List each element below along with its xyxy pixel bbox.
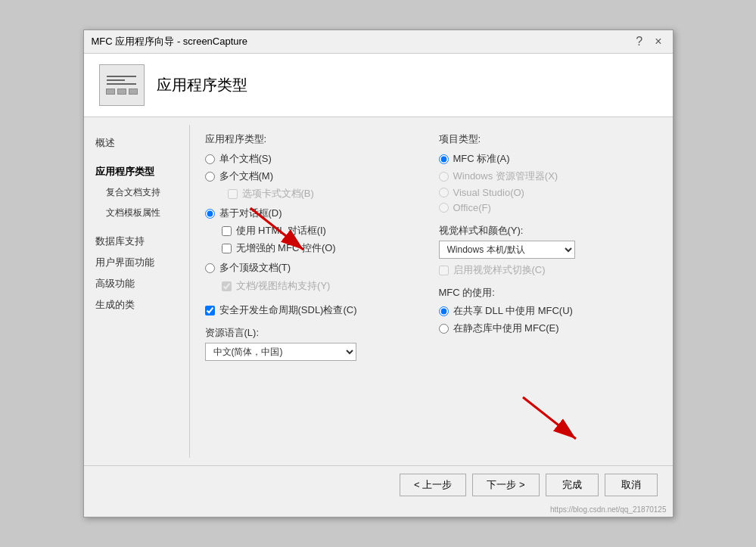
checkbox-tabbed[interactable]: 选项卡式文档(B) bbox=[228, 187, 424, 200]
main-columns: 应用程序类型: 单个文档(S) 多个文档(M) 选项卡式文档(B) bbox=[205, 132, 658, 361]
radio-win-explorer[interactable]: Windows 资源管理器(X) bbox=[439, 169, 658, 183]
radio-multi-doc[interactable]: 多个文档(M) bbox=[205, 169, 424, 183]
resource-lang-select[interactable]: 中文(简体，中国) bbox=[205, 343, 356, 361]
checkbox-no-enhance[interactable]: 无增强的 MFC 控件(O) bbox=[222, 241, 424, 255]
enable-switch-section: 启用视觉样式切换(C) bbox=[439, 263, 658, 277]
project-type-label: 项目类型: bbox=[439, 132, 658, 146]
radio-multi-top-input[interactable] bbox=[205, 263, 215, 273]
radio-static-lib[interactable]: 在静态库中使用 MFC(E) bbox=[439, 322, 658, 335]
checkbox-sdl-input[interactable] bbox=[205, 306, 215, 315]
checkbox-sdl[interactable]: 安全开发生命周期(SDL)检查(C) bbox=[205, 303, 424, 317]
radio-mfc-standard[interactable]: MFC 标准(A) bbox=[439, 152, 658, 166]
sidebar-item-doctemplate[interactable]: 文档模板属性 bbox=[95, 203, 178, 223]
finish-button[interactable]: 完成 bbox=[546, 474, 599, 496]
help-button[interactable]: ? bbox=[633, 35, 646, 48]
radio-single-doc-input[interactable] bbox=[205, 154, 215, 164]
icon-decoration bbox=[107, 79, 125, 81]
icon-decoration bbox=[107, 76, 135, 77]
radio-single-doc[interactable]: 单个文档(S) bbox=[205, 152, 424, 166]
radio-dialog-input[interactable] bbox=[205, 209, 215, 219]
radio-shared-dll-input[interactable] bbox=[439, 306, 449, 316]
checkbox-docview[interactable]: 文档/视图结构支持(Y) bbox=[222, 279, 424, 293]
title-bar-buttons: ? × bbox=[633, 35, 664, 48]
sidebar: 概述 应用程序类型 复合文档支持 文档模板属性 数据库支持 用户界面功能 高级功… bbox=[84, 125, 190, 458]
visual-style-label: 视觉样式和颜色(Y): bbox=[439, 224, 658, 238]
sidebar-item-apptype[interactable]: 应用程序类型 bbox=[95, 161, 178, 182]
icon-box bbox=[129, 89, 138, 95]
left-column: 应用程序类型: 单个文档(S) 多个文档(M) 选项卡式文档(B) bbox=[205, 132, 424, 361]
resource-lang-section: 资源语言(L): 中文(简体，中国) bbox=[205, 326, 424, 361]
sidebar-item-compound[interactable]: 复合文档支持 bbox=[95, 182, 178, 203]
mfc-use-section: MFC 的使用: 在共享 DLL 中使用 MFC(U) 在静态库中使用 MFC(… bbox=[439, 286, 658, 335]
sidebar-item-advanced[interactable]: 高级功能 bbox=[95, 273, 178, 294]
icon-decoration bbox=[107, 83, 135, 85]
checkbox-html-input[interactable] bbox=[222, 226, 232, 236]
sidebar-item-database[interactable]: 数据库支持 bbox=[95, 231, 178, 252]
mfc-use-label: MFC 的使用: bbox=[439, 286, 658, 300]
icon-decoration bbox=[106, 89, 138, 95]
close-button[interactable]: × bbox=[652, 35, 664, 48]
sidebar-item-classes[interactable]: 生成的类 bbox=[95, 294, 178, 315]
radio-office-input[interactable] bbox=[439, 203, 449, 213]
window-title: MFC 应用程序向导 - screenCapture bbox=[92, 35, 248, 48]
visual-style-select[interactable]: Windows 本机/默认 bbox=[439, 241, 575, 259]
footer: < 上一步 下一步 > 完成 取消 bbox=[84, 465, 673, 504]
header-section: 应用程序类型 bbox=[84, 54, 673, 117]
checkbox-docview-input[interactable] bbox=[222, 281, 232, 291]
radio-multi-doc-input[interactable] bbox=[205, 172, 215, 182]
main-window: MFC 应用程序向导 - screenCapture ? × 应用程序类型 bbox=[83, 30, 674, 517]
visual-style-section: 视觉样式和颜色(Y): Windows 本机/默认 bbox=[439, 224, 658, 259]
next-button[interactable]: 下一步 > bbox=[472, 474, 539, 496]
checkbox-no-enhance-input[interactable] bbox=[222, 244, 232, 253]
icon-box bbox=[106, 89, 115, 95]
checkbox-tabbed-input[interactable] bbox=[228, 189, 238, 199]
watermark: https://blog.csdn.net/qq_21870125 bbox=[84, 504, 673, 517]
checkbox-enable-switch-input[interactable] bbox=[439, 266, 449, 275]
radio-mfc-standard-input[interactable] bbox=[439, 154, 449, 164]
radio-shared-dll[interactable]: 在共享 DLL 中使用 MFC(U) bbox=[439, 304, 658, 318]
security-section: 安全开发生命周期(SDL)检查(C) bbox=[205, 303, 424, 317]
sidebar-item-overview[interactable]: 概述 bbox=[95, 132, 178, 154]
icon-box bbox=[117, 89, 126, 95]
page-title: 应用程序类型 bbox=[157, 75, 247, 95]
checkbox-html-dialog[interactable]: 使用 HTML 对话框(I) bbox=[222, 224, 424, 238]
radio-multi-top[interactable]: 多个顶级文档(T) bbox=[205, 261, 424, 275]
main-content: 应用程序类型: 单个文档(S) 多个文档(M) 选项卡式文档(B) bbox=[190, 125, 673, 458]
radio-visual-studio[interactable]: Visual Studio(O) bbox=[439, 187, 658, 198]
radio-office[interactable]: Office(F) bbox=[439, 202, 658, 213]
radio-vs-input[interactable] bbox=[439, 188, 449, 197]
content-area: 概述 应用程序类型 复合文档支持 文档模板属性 数据库支持 用户界面功能 高级功… bbox=[84, 117, 673, 465]
radio-static-lib-input[interactable] bbox=[439, 324, 449, 334]
prev-button[interactable]: < 上一步 bbox=[400, 474, 466, 496]
radio-win-explorer-input[interactable] bbox=[439, 172, 449, 182]
resource-lang-label: 资源语言(L): bbox=[205, 326, 424, 340]
right-column: 项目类型: MFC 标准(A) Windows 资源管理器(X) Visual … bbox=[439, 132, 658, 361]
radio-dialog[interactable]: 基于对话框(D) bbox=[205, 207, 424, 220]
title-bar: MFC 应用程序向导 - screenCapture ? × bbox=[84, 30, 673, 54]
sidebar-item-ui[interactable]: 用户界面功能 bbox=[95, 252, 178, 273]
app-type-label: 应用程序类型: bbox=[205, 132, 424, 146]
wizard-icon bbox=[99, 64, 145, 106]
cancel-button[interactable]: 取消 bbox=[605, 474, 658, 496]
checkbox-enable-switch[interactable]: 启用视觉样式切换(C) bbox=[439, 263, 658, 277]
